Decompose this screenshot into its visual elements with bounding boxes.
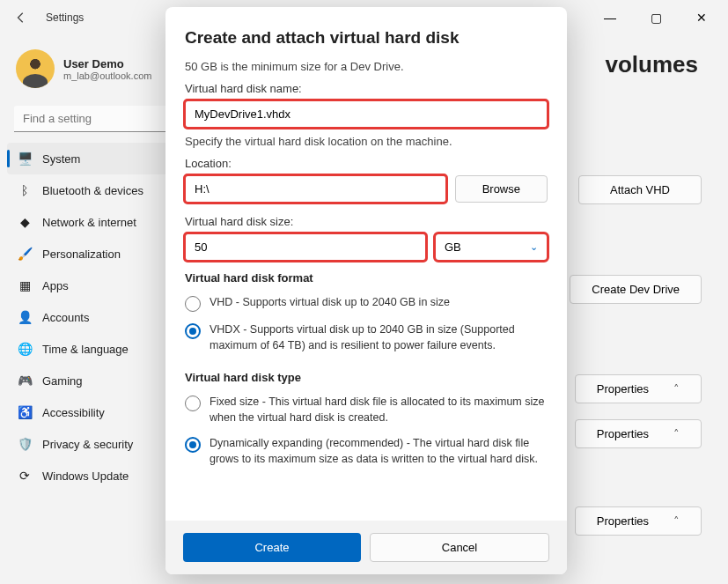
browse-button[interactable]: Browse (455, 175, 548, 203)
minimize-button[interactable]: — (591, 4, 629, 31)
format-option-0[interactable]: VHD - Supports virtual disk up to 2040 G… (185, 292, 548, 319)
nav-icon: 🖌️ (18, 247, 32, 261)
dialog-footer: Create Cancel (165, 521, 567, 574)
chevron-down-icon: ⌄ (530, 241, 538, 253)
nav-label: Windows Update (42, 469, 129, 483)
radio-icon (185, 395, 201, 411)
radio-icon (185, 296, 201, 312)
radio-label: VHD - Supports virtual disk up to 2040 G… (210, 295, 450, 312)
nav-icon: ᛒ (18, 183, 32, 197)
profile-name: User Demo (63, 57, 151, 70)
type-section-label: Virtual hard disk type (185, 371, 548, 384)
maximize-button[interactable]: ▢ (636, 4, 675, 31)
location-input[interactable] (185, 175, 446, 203)
vhd-name-input[interactable] (185, 100, 548, 128)
window-title: Settings (46, 11, 84, 24)
nav-icon: 🖥️ (18, 152, 32, 166)
nav-label: Bluetooth & devices (42, 184, 143, 197)
attach-vhd-button[interactable]: Attach VHD (578, 175, 702, 204)
properties-button-3[interactable]: Properties ˄ (575, 506, 702, 536)
create-button[interactable]: Create (183, 533, 361, 562)
radio-icon (185, 437, 201, 453)
radio-label: Fixed size - This virtual hard disk file… (210, 395, 548, 425)
radio-label: Dynamically expanding (recommended) - Th… (210, 436, 548, 467)
nav-icon: ◆ (18, 215, 32, 229)
nav-label: Apps (42, 279, 69, 292)
nav-label: System (42, 152, 80, 166)
nav-icon: ⟳ (18, 469, 32, 483)
create-vhd-dialog: Create and attach virtual hard disk 50 G… (165, 7, 567, 574)
close-button[interactable]: ✕ (682, 4, 721, 31)
dialog-hint: 50 GB is the minimum size for a Dev Driv… (185, 60, 548, 73)
size-unit-select[interactable]: GB ⌄ (435, 233, 548, 261)
cancel-button[interactable]: Cancel (370, 533, 549, 562)
back-button[interactable] (7, 4, 35, 32)
vhd-name-label: Virtual hard disk name: (185, 82, 548, 95)
format-option-1[interactable]: VHDX - Supports virtual disk up to 2040 … (185, 319, 548, 360)
chevron-up-icon: ˄ (673, 514, 680, 528)
radio-icon (185, 323, 201, 339)
nav-label: Privacy & security (42, 438, 133, 451)
create-dev-drive-button[interactable]: Create Dev Drive (570, 275, 702, 304)
properties-button-2[interactable]: Properties ˄ (575, 419, 702, 448)
type-option-1[interactable]: Dynamically expanding (recommended) - Th… (185, 432, 548, 474)
nav-label: Gaming (42, 374, 83, 388)
type-option-0[interactable]: Fixed size - This virtual hard disk file… (185, 391, 548, 432)
nav-icon: 👤 (18, 310, 32, 324)
nav-icon: 🌐 (18, 342, 32, 356)
nav-label: Time & language (42, 343, 129, 356)
location-hint: Specify the virtual hard disk location o… (185, 135, 548, 148)
nav-label: Personalization (42, 248, 121, 261)
nav-icon: 🎮 (18, 373, 32, 388)
size-input[interactable] (185, 233, 426, 261)
location-label: Location: (185, 157, 548, 170)
nav-label: Accounts (42, 311, 89, 324)
chevron-up-icon: ˄ (673, 382, 680, 395)
nav-icon: 🛡️ (18, 437, 32, 451)
format-section-label: Virtual hard disk format (185, 271, 548, 285)
nav-label: Network & internet (42, 216, 136, 229)
avatar (16, 49, 55, 88)
size-label: Virtual hard disk size: (185, 215, 548, 228)
dialog-title: Create and attach virtual hard disk (185, 28, 548, 48)
nav-icon: ♿ (18, 405, 32, 419)
profile-email: m_lab@outlook.com (63, 70, 151, 81)
chevron-up-icon: ˄ (673, 427, 680, 440)
nav-label: Accessibility (42, 406, 105, 419)
nav-icon: ▦ (18, 278, 32, 292)
properties-button-1[interactable]: Properties ˄ (575, 374, 702, 403)
radio-label: VHDX - Supports virtual disk up to 2040 … (210, 322, 548, 353)
